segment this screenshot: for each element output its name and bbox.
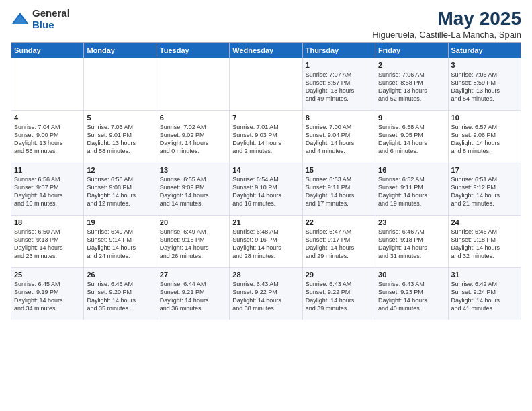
day-number: 13 — [160, 166, 226, 174]
day-info: Sunrise: 6:45 AM Sunset: 9:20 PM Dayligh… — [87, 280, 153, 313]
day-number: 31 — [451, 271, 518, 279]
calendar-week-0: 1Sunrise: 7:07 AM Sunset: 8:57 PM Daylig… — [11, 58, 521, 111]
day-number: 30 — [378, 271, 445, 279]
calendar-cell: 10Sunrise: 6:57 AM Sunset: 9:06 PM Dayli… — [448, 111, 521, 163]
calendar-cell: 25Sunrise: 6:45 AM Sunset: 9:19 PM Dayli… — [11, 268, 84, 320]
day-number: 1 — [306, 61, 372, 69]
day-info: Sunrise: 7:05 AM Sunset: 8:59 PM Dayligh… — [451, 71, 518, 103]
calendar-cell: 26Sunrise: 6:45 AM Sunset: 9:20 PM Dayli… — [84, 268, 157, 320]
day-info: Sunrise: 6:56 AM Sunset: 9:07 PM Dayligh… — [14, 175, 81, 208]
calendar-cell: 12Sunrise: 6:55 AM Sunset: 9:08 PM Dayli… — [84, 163, 157, 216]
title-block: May 2025 Higueruela, Castille-La Mancha,… — [372, 8, 521, 40]
calendar-cell: 4Sunrise: 7:04 AM Sunset: 9:00 PM Daylig… — [11, 111, 84, 163]
day-info: Sunrise: 6:49 AM Sunset: 9:15 PM Dayligh… — [160, 228, 226, 261]
day-number: 16 — [378, 166, 445, 174]
col-monday: Monday — [84, 43, 157, 58]
calendar-table: Sunday Monday Tuesday Wednesday Thursday… — [11, 42, 521, 320]
col-sunday: Sunday — [11, 43, 84, 58]
day-info: Sunrise: 6:51 AM Sunset: 9:12 PM Dayligh… — [451, 175, 518, 208]
calendar-cell: 13Sunrise: 6:55 AM Sunset: 9:09 PM Dayli… — [157, 163, 229, 216]
day-info: Sunrise: 6:52 AM Sunset: 9:11 PM Dayligh… — [378, 175, 445, 208]
subtitle: Higueruela, Castille-La Mancha, Spain — [372, 30, 521, 40]
calendar-cell: 5Sunrise: 7:03 AM Sunset: 9:01 PM Daylig… — [84, 111, 157, 163]
calendar-cell: 2Sunrise: 7:06 AM Sunset: 8:58 PM Daylig… — [375, 58, 448, 111]
header: General Blue May 2025 Higueruela, Castil… — [11, 8, 521, 40]
col-tuesday: Tuesday — [157, 43, 229, 58]
calendar-cell: 3Sunrise: 7:05 AM Sunset: 8:59 PM Daylig… — [448, 58, 521, 111]
day-info: Sunrise: 6:42 AM Sunset: 9:24 PM Dayligh… — [451, 280, 518, 313]
day-info: Sunrise: 7:02 AM Sunset: 9:02 PM Dayligh… — [160, 123, 226, 156]
day-info: Sunrise: 6:43 AM Sunset: 9:22 PM Dayligh… — [232, 280, 299, 313]
col-wednesday: Wednesday — [230, 43, 302, 58]
logo-icon — [11, 10, 30, 29]
calendar-cell: 6Sunrise: 7:02 AM Sunset: 9:02 PM Daylig… — [157, 111, 229, 163]
calendar-cell: 22Sunrise: 6:47 AM Sunset: 9:17 PM Dayli… — [302, 216, 375, 268]
day-number: 14 — [232, 166, 299, 174]
calendar-cell: 28Sunrise: 6:43 AM Sunset: 9:22 PM Dayli… — [230, 268, 302, 320]
day-number: 20 — [160, 218, 226, 226]
day-info: Sunrise: 6:53 AM Sunset: 9:11 PM Dayligh… — [306, 175, 372, 208]
day-number: 11 — [14, 166, 81, 174]
calendar-body: 1Sunrise: 7:07 AM Sunset: 8:57 PM Daylig… — [11, 58, 521, 320]
day-info: Sunrise: 6:58 AM Sunset: 9:05 PM Dayligh… — [378, 123, 445, 156]
day-number: 21 — [232, 218, 299, 226]
col-saturday: Saturday — [448, 43, 521, 58]
calendar-cell: 18Sunrise: 6:50 AM Sunset: 9:13 PM Dayli… — [11, 216, 84, 268]
calendar-cell: 24Sunrise: 6:46 AM Sunset: 9:18 PM Dayli… — [448, 216, 521, 268]
calendar-cell: 21Sunrise: 6:48 AM Sunset: 9:16 PM Dayli… — [230, 216, 302, 268]
col-friday: Friday — [375, 43, 448, 58]
calendar-cell: 19Sunrise: 6:49 AM Sunset: 9:14 PM Dayli… — [84, 216, 157, 268]
logo-blue: Blue — [32, 19, 70, 31]
day-info: Sunrise: 6:47 AM Sunset: 9:17 PM Dayligh… — [306, 228, 372, 261]
day-info: Sunrise: 7:03 AM Sunset: 9:01 PM Dayligh… — [87, 123, 153, 156]
day-number: 26 — [87, 271, 153, 279]
col-thursday: Thursday — [302, 43, 375, 58]
calendar-cell: 1Sunrise: 7:07 AM Sunset: 8:57 PM Daylig… — [302, 58, 375, 111]
day-number: 19 — [87, 218, 153, 226]
calendar-cell — [230, 58, 302, 111]
calendar-cell: 14Sunrise: 6:54 AM Sunset: 9:10 PM Dayli… — [230, 163, 302, 216]
day-number: 8 — [306, 113, 372, 122]
day-info: Sunrise: 6:43 AM Sunset: 9:23 PM Dayligh… — [378, 280, 445, 313]
calendar-week-4: 25Sunrise: 6:45 AM Sunset: 9:19 PM Dayli… — [11, 268, 521, 320]
day-number: 10 — [451, 113, 518, 122]
calendar-cell: 31Sunrise: 6:42 AM Sunset: 9:24 PM Dayli… — [448, 268, 521, 320]
logo-general: General — [32, 8, 70, 19]
calendar-cell: 16Sunrise: 6:52 AM Sunset: 9:11 PM Dayli… — [375, 163, 448, 216]
calendar-cell: 8Sunrise: 7:00 AM Sunset: 9:04 PM Daylig… — [302, 111, 375, 163]
logo-text: General Blue — [32, 8, 70, 30]
day-number: 6 — [160, 113, 226, 122]
day-info: Sunrise: 6:45 AM Sunset: 9:19 PM Dayligh… — [14, 280, 81, 313]
day-info: Sunrise: 7:00 AM Sunset: 9:04 PM Dayligh… — [306, 123, 372, 156]
calendar-cell: 11Sunrise: 6:56 AM Sunset: 9:07 PM Dayli… — [11, 163, 84, 216]
calendar-cell — [157, 58, 229, 111]
day-info: Sunrise: 6:46 AM Sunset: 9:18 PM Dayligh… — [451, 228, 518, 261]
calendar-cell: 15Sunrise: 6:53 AM Sunset: 9:11 PM Dayli… — [302, 163, 375, 216]
day-info: Sunrise: 7:07 AM Sunset: 8:57 PM Dayligh… — [306, 71, 372, 103]
day-info: Sunrise: 6:55 AM Sunset: 9:08 PM Dayligh… — [87, 175, 153, 208]
day-number: 23 — [378, 218, 445, 226]
day-number: 9 — [378, 113, 445, 122]
day-info: Sunrise: 7:01 AM Sunset: 9:03 PM Dayligh… — [232, 123, 299, 156]
calendar-cell: 27Sunrise: 6:44 AM Sunset: 9:21 PM Dayli… — [157, 268, 229, 320]
day-info: Sunrise: 7:04 AM Sunset: 9:00 PM Dayligh… — [14, 123, 81, 156]
day-info: Sunrise: 6:44 AM Sunset: 9:21 PM Dayligh… — [160, 280, 226, 313]
main-title: May 2025 — [372, 8, 521, 30]
calendar-week-1: 4Sunrise: 7:04 AM Sunset: 9:00 PM Daylig… — [11, 111, 521, 163]
day-info: Sunrise: 7:06 AM Sunset: 8:58 PM Dayligh… — [378, 71, 445, 103]
calendar-cell: 9Sunrise: 6:58 AM Sunset: 9:05 PM Daylig… — [375, 111, 448, 163]
calendar-week-3: 18Sunrise: 6:50 AM Sunset: 9:13 PM Dayli… — [11, 216, 521, 268]
logo: General Blue — [11, 8, 70, 30]
calendar-cell: 17Sunrise: 6:51 AM Sunset: 9:12 PM Dayli… — [448, 163, 521, 216]
calendar-cell: 30Sunrise: 6:43 AM Sunset: 9:23 PM Dayli… — [375, 268, 448, 320]
calendar-cell: 23Sunrise: 6:46 AM Sunset: 9:18 PM Dayli… — [375, 216, 448, 268]
day-info: Sunrise: 6:54 AM Sunset: 9:10 PM Dayligh… — [232, 175, 299, 208]
day-info: Sunrise: 6:57 AM Sunset: 9:06 PM Dayligh… — [451, 123, 518, 156]
day-number: 3 — [451, 61, 518, 69]
day-number: 5 — [87, 113, 153, 122]
day-number: 2 — [378, 61, 445, 69]
day-number: 15 — [306, 166, 372, 174]
day-number: 24 — [451, 218, 518, 226]
day-number: 4 — [14, 113, 81, 122]
day-number: 18 — [14, 218, 81, 226]
